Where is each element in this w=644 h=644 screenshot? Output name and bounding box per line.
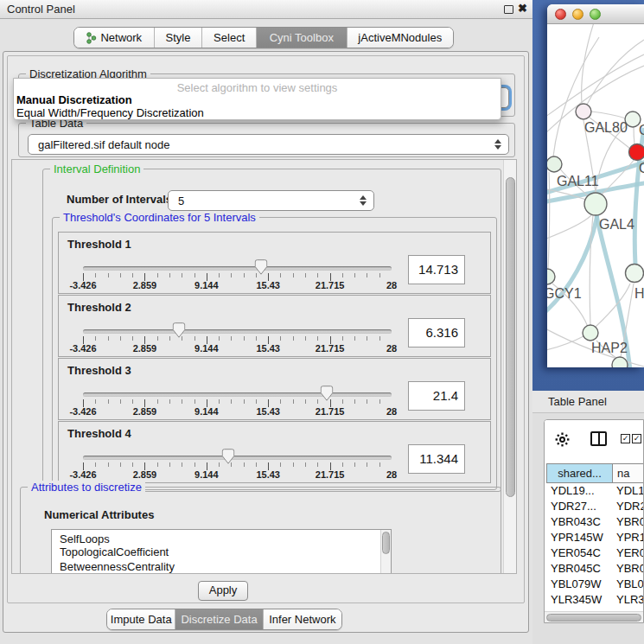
column-header-name[interactable]: na	[612, 463, 644, 483]
tab-style-label: Style	[166, 31, 191, 44]
tab-network-label: Network	[100, 31, 142, 44]
node-green-right[interactable]	[626, 265, 644, 283]
threshold-3-value-field[interactable]: 21.4	[408, 381, 465, 411]
tab-jactivemnodules[interactable]: jActiveMNodules	[347, 28, 453, 48]
table-panel-window: ✓ ✓ shared... na YDL19...YDL1 YDR27...YD…	[544, 419, 644, 623]
table-row[interactable]: YBR045CYBR0	[545, 561, 644, 577]
tab-select-label: Select	[214, 31, 245, 44]
table-row[interactable]: YBL079WYBL0	[545, 577, 644, 592]
number-of-intervals-label: Number of Intervals	[67, 193, 172, 206]
thresholds-group: Threshold's Coordinates for 5 Intervals …	[52, 217, 497, 490]
table-row[interactable]: YDR27...YDR2	[545, 499, 644, 514]
network-canvas[interactable]: GAL80 G. C GAL11 GAL4 GCY1 H HAP2	[547, 24, 644, 367]
threshold-1-slider[interactable]	[83, 266, 392, 271]
apply-button[interactable]: Apply	[198, 581, 248, 601]
node-label-gcy1: GCY1	[547, 286, 582, 301]
table-panel-titlebar: Table Panel	[532, 391, 644, 413]
tab-impute-data[interactable]: Impute Data	[107, 609, 175, 629]
list-scrollbar-thumb[interactable]	[382, 532, 390, 554]
attributes-group-title: Attributes to discretize	[28, 481, 145, 494]
settings-scrollbar-thumb[interactable]	[506, 177, 515, 497]
algorithm-dropdown-popup: Select algorithm to view settings Manual…	[13, 78, 501, 120]
tab-cyni-toolbox-label: Cyni Toolbox	[270, 31, 334, 44]
tab-select[interactable]: Select	[201, 28, 256, 48]
node-gal4[interactable]	[584, 193, 607, 215]
table-hscrollbar[interactable]	[545, 611, 644, 622]
threshold-2-value-field[interactable]: 6.316	[408, 318, 465, 348]
threshold-2-panel: Threshold 2 -3.426 2.859 9.144 15.43	[58, 295, 491, 357]
window-close-light[interactable]	[555, 9, 566, 22]
popup-option-manual-discretization[interactable]: Manual Discretization	[14, 93, 501, 106]
threshold-3-label: Threshold 3	[67, 364, 131, 377]
list-item[interactable]: SelfLoops	[52, 530, 391, 545]
table-row[interactable]: YLR345WYLR3	[545, 592, 644, 608]
interval-definition-title: Interval Definition	[50, 163, 143, 175]
panel-title: Control Panel	[7, 3, 75, 16]
column-header-shared-name[interactable]: shared...	[546, 463, 613, 483]
gear-icon[interactable]	[555, 432, 570, 450]
tab-infer-network[interactable]: Infer Network	[263, 609, 341, 629]
tab-jactivemnodules-label: jActiveMNodules	[358, 31, 442, 44]
numerical-attributes-list[interactable]: SelfLoops TopologicalCoefficient Between…	[51, 529, 392, 574]
table-data-value: galFiltered.sif default node	[29, 138, 494, 151]
node-gcy1[interactable]	[547, 269, 555, 284]
network-window-titlebar[interactable]	[547, 4, 644, 24]
list-item[interactable]: BetweennessCentrality	[52, 559, 391, 574]
network-view-window[interactable]: GAL80 G. C GAL11 GAL4 GCY1 H HAP2	[547, 4, 644, 367]
control-panel-titlebar: Control Panel ✖	[0, 0, 532, 19]
threshold-2-slider[interactable]	[83, 329, 392, 334]
tab-style[interactable]: Style	[154, 28, 202, 48]
table-hscrollbar-thumb[interactable]	[546, 614, 641, 622]
list-scrollbar[interactable]	[380, 530, 391, 574]
threshold-3-slider[interactable]	[83, 392, 392, 397]
tab-infer-network-label: Infer Network	[269, 613, 335, 626]
threshold-4-value-field[interactable]: 11.344	[408, 444, 465, 474]
table-row[interactable]: YDL19...YDL1	[545, 483, 644, 499]
attributes-group: Attributes to discretize Numerical Attri…	[20, 487, 501, 574]
list-item[interactable]: TopologicalCoefficient	[52, 545, 391, 559]
popup-option-equal-width[interactable]: Equal Width/Frequency Discretization	[14, 106, 501, 119]
combo-arrows-icon	[494, 139, 501, 150]
table-data-combobox[interactable]: galFiltered.sif default node	[28, 134, 509, 155]
table-data-group: Table Data galFiltered.sif default node	[18, 123, 515, 157]
threshold-1-value-field[interactable]: 14.713	[408, 255, 465, 284]
threshold-1-label: Threshold 1	[67, 238, 131, 251]
window-zoom-light[interactable]	[590, 9, 601, 22]
node-hap2[interactable]	[583, 325, 598, 341]
node-bottom-partial[interactable]	[612, 357, 628, 367]
node-gal80[interactable]	[576, 104, 591, 119]
checkbox-icon-2[interactable]: ✓	[632, 434, 641, 443]
tab-network[interactable]: Network	[74, 28, 154, 48]
node-label-gal11: GAL11	[557, 174, 599, 188]
threshold-3-tick-labels: -3.426 2.859 9.144 15.43 21.715 28	[83, 406, 392, 418]
table-row[interactable]: YER054CYER0	[545, 545, 644, 561]
threshold-2-label: Threshold 2	[67, 301, 131, 314]
node-label-c-partial: C	[639, 161, 644, 175]
checkbox-icon-1[interactable]: ✓	[621, 434, 630, 443]
number-of-intervals-value: 5	[169, 194, 359, 207]
node-gal11[interactable]	[547, 156, 562, 172]
tab-discretize-data[interactable]: Discretize Data	[175, 609, 262, 629]
threshold-4-slider[interactable]	[83, 456, 392, 460]
number-of-intervals-spinner[interactable]: 5	[168, 190, 374, 211]
discretize-tab-content: Discretization Algorithm Select algorith…	[7, 55, 525, 603]
popup-hint: Select algorithm to view settings	[14, 79, 501, 93]
threshold-1-panel: Threshold 1 -3.426 2.859 9.144 15.43	[58, 232, 491, 294]
tab-cyni-toolbox[interactable]: Cyni Toolbox	[256, 28, 347, 48]
node-label-hap2: HAP2	[591, 341, 628, 355]
tab-discretize-data-label: Discretize Data	[181, 613, 257, 626]
close-icon[interactable]: ✖	[518, 2, 527, 15]
threshold-2-tick-labels: -3.426 2.859 9.144 15.43 21.715 28	[83, 343, 392, 354]
float-window-icon[interactable]	[504, 5, 513, 14]
spinner-arrows-icon	[359, 195, 367, 206]
table-row[interactable]: YIL052CYIL0	[545, 608, 644, 610]
table-row[interactable]: YPR145WYPR1	[545, 530, 644, 545]
window-minimize-light[interactable]	[572, 9, 583, 22]
node-red-selected[interactable]	[629, 144, 644, 161]
settings-scrollbar[interactable]	[503, 160, 516, 573]
table-row[interactable]: YBR043CYBR0	[545, 514, 644, 530]
column-layout-icon[interactable]	[590, 431, 607, 446]
numerical-attributes-label: Numerical Attributes	[44, 508, 154, 521]
network-icon	[86, 32, 97, 44]
table-panel-title: Table Panel	[548, 395, 607, 408]
